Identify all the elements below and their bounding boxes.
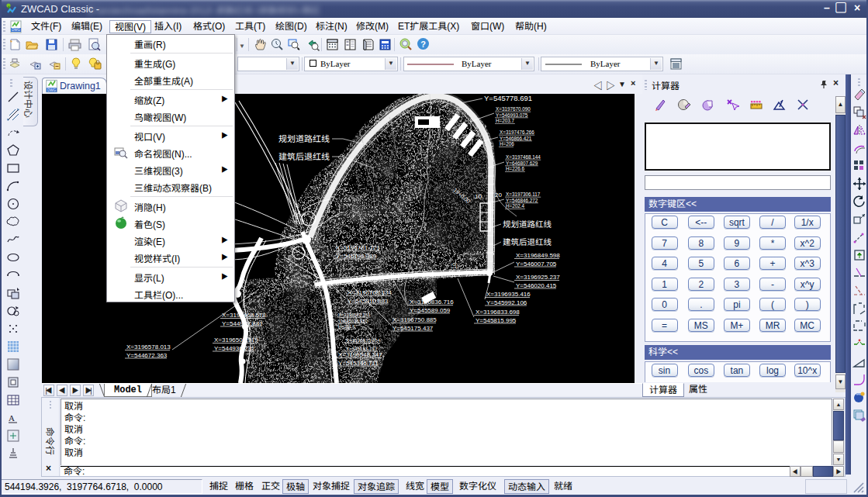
svg-text:Y=546846.272: Y=546846.272 [506, 198, 538, 203]
svg-text:X=3196935.416: X=3196935.416 [486, 291, 531, 298]
svg-text:Y=545175.437: Y=545175.437 [393, 325, 434, 332]
svg-text:10: 10 [451, 263, 457, 269]
svg-text:Y=545346.711: Y=545346.711 [338, 360, 379, 367]
svg-text:X=3197468.144: X=3197468.144 [506, 154, 541, 160]
svg-text:X=3196578.013: X=3196578.013 [126, 343, 171, 350]
svg-text:Y=545815.995: Y=545815.995 [475, 317, 517, 324]
svg-text:H=202.4: H=202.4 [506, 203, 524, 209]
svg-text:Y=544672.363: Y=544672.363 [126, 352, 168, 359]
svg-text:A: A [9, 413, 15, 423]
svg-text:建筑后退红线: 建筑后退红线 [278, 150, 330, 162]
svg-text:Y=545151.167: Y=545151.167 [346, 346, 378, 351]
svg-text:DWG: DWG [12, 28, 20, 32]
svg-text:X=3196500.919: X=3196500.919 [214, 337, 258, 343]
svg-text:Y=545778.691: Y=545778.691 [484, 94, 532, 102]
svg-text:X=3197476.266: X=3197476.266 [500, 129, 534, 135]
svg-text:建筑后退红线: 建筑后退红线 [503, 236, 552, 247]
svg-text:规划道路红线: 规划道路红线 [503, 218, 552, 230]
svg-text:Y=545016.150: Y=545016.150 [338, 319, 368, 323]
svg-text:DWG: DWG [47, 88, 56, 92]
svg-text:20: 20 [495, 192, 502, 198]
svg-text:X=3196768.134: X=3196768.134 [348, 289, 392, 296]
svg-text:X=3196750.885: X=3196750.885 [393, 316, 437, 323]
svg-text:10: 10 [475, 193, 482, 200]
svg-text:X=3196548.347: X=3196548.347 [338, 351, 382, 358]
svg-text:X=3196849.598: X=3196849.598 [516, 252, 560, 259]
svg-text:X=3196620.101: X=3196620.101 [338, 312, 370, 317]
svg-text:Y=546007.705: Y=546007.705 [516, 261, 557, 267]
svg-text:X=3197670.090: X=3197670.090 [496, 106, 531, 112]
svg-text:Y=546993.075: Y=546993.075 [496, 112, 528, 118]
svg-text:X=3197306.117: X=3197306.117 [506, 192, 541, 197]
svg-text:X=3196575.054: X=3196575.054 [346, 337, 380, 343]
svg-text:X=3196781.721: X=3196781.721 [336, 244, 380, 251]
svg-text:Y=544933.881: Y=544933.881 [222, 320, 263, 327]
svg-text:X=3196468.578: X=3196468.578 [222, 312, 266, 319]
svg-text:H=201.6: H=201.6 [338, 324, 355, 329]
svg-text:H=206: H=206 [500, 141, 514, 147]
svg-text:Y=545589.059: Y=545589.059 [410, 307, 451, 314]
svg-text:Y=544936.232: Y=544936.232 [214, 345, 255, 352]
svg-text:X=3196833.698: X=3196833.698 [475, 309, 520, 316]
svg-text:Y=646807.629: Y=646807.629 [506, 160, 538, 166]
svg-text:规划道路红线: 规划道路红线 [278, 132, 330, 144]
svg-text:Y=545190.389: Y=545190.389 [336, 253, 377, 260]
svg-text:?: ? [420, 40, 426, 49]
svg-text:X=3196925.237: X=3196925.237 [516, 274, 560, 281]
svg-text:Y=546020.415: Y=546020.415 [516, 282, 557, 289]
svg-text:H=226.6: H=226.6 [506, 166, 524, 171]
svg-text:Y=545810.883: Y=545810.883 [348, 298, 389, 305]
svg-text:Y=545992.106: Y=545992.106 [486, 299, 527, 306]
svg-text:Y=546866.421: Y=546866.421 [500, 136, 532, 141]
svg-text:X=3196836.716: X=3196836.716 [410, 299, 454, 305]
svg-text:H=203.7: H=203.7 [496, 118, 514, 123]
